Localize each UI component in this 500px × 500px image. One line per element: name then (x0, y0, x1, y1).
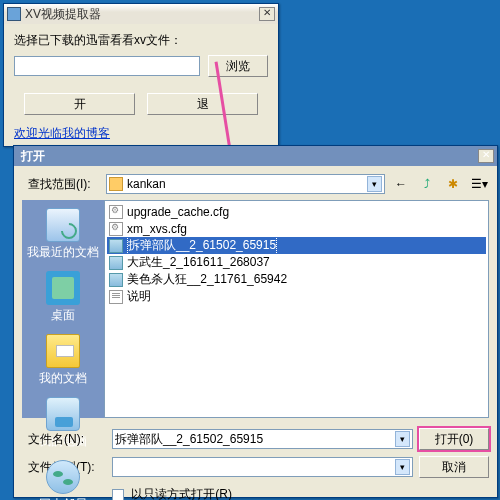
filetype-combo[interactable]: ▾ (112, 457, 413, 477)
file-name: 大武生_2_161611_268037 (127, 254, 270, 271)
chevron-down-icon[interactable]: ▾ (395, 459, 410, 475)
extractor-titlebar[interactable]: XV视频提取器 ✕ (4, 4, 278, 24)
filename-label: 文件名(N): (28, 431, 106, 448)
vid-file-icon (109, 273, 123, 287)
filename-combo[interactable]: 拆弹部队__2_61502_65915 ▾ (112, 429, 413, 449)
open-button[interactable]: 开 (24, 93, 135, 115)
sidebar-item-recent[interactable]: 我最近的文档 (27, 208, 99, 261)
back-icon[interactable]: ← (391, 174, 411, 194)
file-list[interactable]: upgrade_cache.cfgxm_xvs.cfg拆弹部队__2_61502… (104, 200, 489, 418)
close-icon[interactable]: ✕ (259, 7, 275, 21)
lookin-combo[interactable]: kankan ▾ (106, 174, 385, 194)
file-item[interactable]: upgrade_cache.cfg (107, 203, 486, 220)
blog-link[interactable]: 欢迎光临我的博客 (14, 126, 110, 140)
app-icon (7, 7, 21, 21)
txt-file-icon (109, 290, 123, 304)
network-icon (46, 460, 80, 494)
file-item[interactable]: 大武生_2_161611_268037 (107, 254, 486, 271)
folder-icon (109, 177, 123, 191)
file-name: xm_xvs.cfg (127, 222, 187, 236)
cancel-button[interactable]: 取消 (419, 456, 489, 478)
back-button[interactable]: 退 (147, 93, 258, 115)
chevron-down-icon[interactable]: ▾ (367, 176, 382, 192)
viewmenu-icon[interactable]: ☰▾ (469, 174, 489, 194)
file-name: 美色杀人狂__2_11761_65942 (127, 271, 287, 288)
file-item[interactable]: 拆弹部队__2_61502_65915 (107, 237, 486, 254)
file-name: 拆弹部队__2_61502_65915 (127, 236, 277, 255)
close-icon[interactable]: ✕ (478, 149, 494, 163)
instruction-label: 选择已下载的迅雷看看xv文件： (14, 32, 268, 49)
file-item[interactable]: xm_xvs.cfg (107, 220, 486, 237)
filename-value: 拆弹部队__2_61502_65915 (115, 431, 395, 448)
filepath-input[interactable] (14, 56, 200, 76)
chevron-down-icon[interactable]: ▾ (395, 431, 410, 447)
file-name: upgrade_cache.cfg (127, 205, 229, 219)
mycomputer-icon (46, 397, 80, 431)
extractor-title: XV视频提取器 (25, 6, 259, 23)
file-name: 说明 (127, 288, 151, 305)
mydocs-icon (46, 334, 80, 368)
desktop-icon (46, 271, 80, 305)
readonly-label: 以只读方式打开(R) (131, 487, 232, 500)
file-item[interactable]: 美色杀人狂__2_11761_65942 (107, 271, 486, 288)
lookin-value: kankan (127, 177, 367, 191)
vid-file-icon (109, 239, 123, 253)
cfg-file-icon (109, 222, 123, 236)
sidebar-item-mydocs[interactable]: 我的文档 (39, 334, 87, 387)
vid-file-icon (109, 256, 123, 270)
browse-button[interactable]: 浏览 (208, 55, 268, 77)
open-file-button[interactable]: 打开(0) (419, 428, 489, 450)
open-titlebar[interactable]: 打开 ✕ (14, 146, 497, 166)
places-sidebar: 我最近的文档 桌面 我的文档 我的电脑 网上邻居 (22, 200, 104, 418)
readonly-checkbox[interactable] (112, 489, 124, 500)
open-title: 打开 (17, 148, 478, 165)
sidebar-item-desktop[interactable]: 桌面 (46, 271, 80, 324)
recent-icon (46, 208, 80, 242)
cfg-file-icon (109, 205, 123, 219)
newfolder-icon[interactable]: ✱ (443, 174, 463, 194)
up-icon[interactable]: ⤴ (417, 174, 437, 194)
file-item[interactable]: 说明 (107, 288, 486, 305)
lookin-label: 查找范围(I): (28, 176, 100, 193)
